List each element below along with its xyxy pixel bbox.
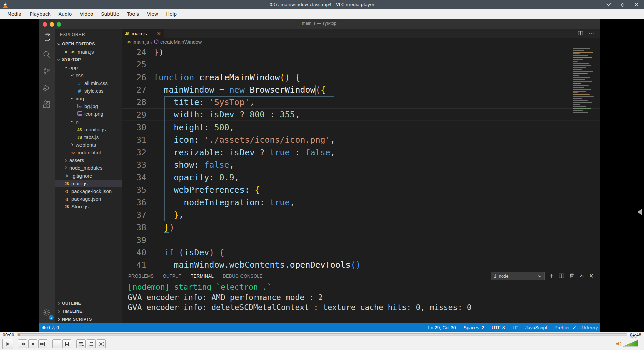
menu-help[interactable]: Help [162, 11, 181, 17]
video-area[interactable]: main.js — sys-top [0, 19, 644, 332]
open-editor-main-js[interactable]: ✕ JS main.js [55, 48, 122, 56]
warnings-indicator[interactable]: △ 0 [52, 325, 59, 330]
tree-item-icon-png[interactable]: icon.png [55, 110, 122, 118]
code-line-36[interactable]: 36 nodeIntegration: true, [122, 196, 600, 209]
code-line-25[interactable]: 25 [122, 58, 600, 71]
tree-item-gitignore[interactable]: ◆.gitignore [55, 172, 122, 180]
menu-video[interactable]: Video [76, 11, 97, 17]
code-line-27[interactable]: 27 mainWindow = new BrowserWindow({ [122, 84, 600, 96]
run-debug-icon[interactable] [39, 80, 55, 96]
menu-view[interactable]: View [143, 11, 162, 17]
terminal-output[interactable]: [nodemon] starting `electron .`GVA encod… [122, 281, 600, 324]
menu-media[interactable]: Media [3, 11, 25, 17]
tree-item-package-json[interactable]: {}package.json [55, 195, 122, 203]
panel-tab-debug-console[interactable]: DEBUG CONSOLE [223, 270, 263, 281]
section-outline[interactable]: OUTLINE [55, 299, 122, 307]
tab-main-js[interactable]: JS main.js ✕ [122, 29, 164, 38]
play-button[interactable] [2, 339, 13, 349]
tree-item-app[interactable]: app [55, 64, 122, 71]
code-line-34[interactable]: 34 opacity: 0.9, [122, 171, 600, 184]
tree-item-css[interactable]: css [55, 71, 122, 79]
tree-item-index-html[interactable]: <>index.html [55, 149, 122, 156]
new-terminal-icon[interactable]: + [550, 272, 554, 280]
menu-playback[interactable]: Playback [25, 11, 54, 17]
open-editors-section[interactable]: OPEN EDITORS [55, 40, 122, 48]
code-line-35[interactable]: 35 webPreferences: { [122, 184, 600, 196]
shell-select[interactable]: 1: node [491, 272, 545, 280]
seek-bar[interactable] [17, 333, 627, 336]
code-line-37[interactable]: 37 }, [122, 209, 600, 221]
source-control-icon[interactable] [39, 63, 55, 80]
panel-tab-problems[interactable]: PROBLEMS [128, 270, 154, 281]
maximize-panel-icon[interactable] [579, 274, 584, 278]
tree-item-tabs-js[interactable]: JStabs.js [55, 133, 122, 141]
extended-settings-button[interactable] [62, 339, 71, 348]
code-line-24[interactable]: 24}) [122, 46, 600, 58]
tree-item-package-lock-json[interactable]: {}package-lock.json [55, 187, 122, 195]
tree-item-node-modules[interactable]: node_modules [55, 164, 122, 172]
indentation[interactable]: Spaces: 2 [464, 325, 484, 330]
breadcrumb[interactable]: JS main.js › createMainWindow [122, 38, 600, 46]
tree-item-bg-jpg[interactable]: bg.jpg [55, 102, 122, 110]
settings-gear-icon[interactable]: 1 [39, 304, 55, 321]
tab-close-icon[interactable]: ✕ [157, 31, 161, 37]
more-actions-icon[interactable]: ··· [589, 31, 595, 37]
minimap[interactable] [573, 48, 595, 114]
code-line-32[interactable]: 32 resizable: isDev ? true : false, [122, 146, 600, 158]
code-line-31[interactable]: 31 icon: './assets/icons/icon.png', [122, 134, 600, 146]
explorer-icon[interactable] [39, 29, 55, 46]
code-line-26[interactable]: 26function createMainWindow() { [122, 71, 600, 84]
tree-item-all-min-css[interactable]: #all.min.css [55, 79, 122, 87]
next-button[interactable] [38, 339, 47, 348]
loop-button[interactable] [87, 339, 96, 348]
playlist-button[interactable] [76, 339, 86, 348]
explorer-title: EXPLORER [55, 29, 122, 40]
code-line-33[interactable]: 33 show: false, [122, 159, 600, 171]
split-editor-icon[interactable] [578, 30, 583, 37]
kill-terminal-icon[interactable] [569, 273, 574, 279]
tree-item-monitor-js[interactable]: JSmonitor.js [55, 126, 122, 133]
close-editor-icon[interactable]: ✕ [64, 49, 69, 55]
previous-button[interactable] [18, 339, 27, 348]
panel-tab-terminal[interactable]: TERMINAL [191, 270, 214, 281]
code-editor[interactable]: 24})2526function createMainWindow() {27 … [122, 46, 600, 270]
close-panel-icon[interactable]: ✕ [589, 272, 594, 280]
menu-tools[interactable]: Tools [123, 11, 143, 17]
code-line-39[interactable]: 39 [122, 234, 600, 246]
code-line-38[interactable]: 38 }) [122, 221, 600, 234]
section-timeline[interactable]: TIMELINE [55, 307, 122, 315]
eol-sequence[interactable]: LF [513, 325, 518, 330]
tree-item-store-js[interactable]: JSStore.js [55, 203, 122, 210]
menu-subtitle[interactable]: Subtitle [97, 11, 123, 17]
formatter-status[interactable]: Prettier: ✓ [554, 325, 576, 330]
speaker-icon[interactable] [616, 341, 622, 348]
shuffle-button[interactable] [97, 339, 106, 348]
tree-item-assets[interactable]: assets [55, 156, 122, 164]
code-line-28[interactable]: 28 title: 'SysTop', [122, 96, 600, 108]
panel-tab-output[interactable]: OUTPUT [163, 270, 181, 281]
code-line-41[interactable]: 41 mainWindow.webContents.openDevTools() [122, 259, 600, 270]
cursor-position[interactable]: Ln 29, Col 30 [428, 325, 456, 330]
tree-item-style-css[interactable]: #style.css [55, 87, 122, 95]
code-line-40[interactable]: 40 if (isDev) { [122, 246, 600, 259]
errors-indicator[interactable]: ⊗ 0 [42, 325, 50, 330]
tree-item-js[interactable]: js [55, 118, 122, 126]
text-cursor [301, 110, 302, 120]
extensions-icon[interactable] [39, 96, 55, 113]
fullscreen-button[interactable] [52, 339, 61, 348]
code-line-29[interactable]: 29 width: isDev ? 800 : 355, [122, 108, 600, 121]
section-npm-scripts[interactable]: NPM SCRIPTS [55, 315, 122, 323]
volume-slider[interactable] [623, 340, 638, 348]
code-line-30[interactable]: 30 height: 500, [122, 121, 600, 134]
tree-item-img[interactable]: img [55, 95, 122, 102]
search-icon[interactable] [39, 46, 55, 63]
stop-button[interactable] [28, 339, 37, 348]
seek-handle[interactable] [18, 334, 20, 336]
encoding[interactable]: UTF-8 [492, 325, 505, 330]
menu-audio[interactable]: Audio [55, 11, 76, 17]
tree-item-main-js[interactable]: JSmain.js [55, 180, 122, 187]
tree-item-webfonts[interactable]: webfonts [55, 141, 122, 149]
language-mode[interactable]: JavaScript [525, 325, 547, 330]
split-terminal-icon[interactable] [559, 273, 564, 279]
project-section[interactable]: SYS-TOP [55, 56, 122, 64]
